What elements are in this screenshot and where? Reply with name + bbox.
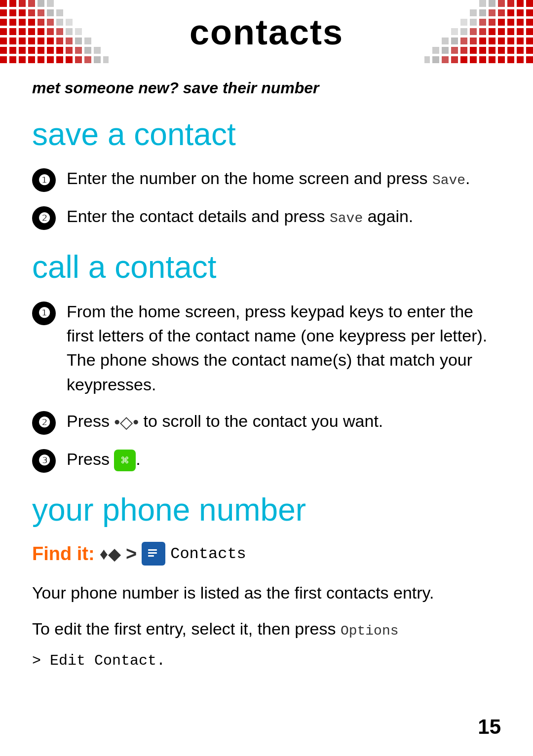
call-step-3: ❸ Press ⌘ . [32, 447, 501, 473]
main-content: met someone new? save their number save … [0, 64, 533, 704]
call-step-3-text: Press ⌘ . [67, 447, 141, 471]
tagline: met someone new? save their number [32, 79, 501, 97]
call-contact-heading: call a contact [32, 250, 501, 284]
step-badge-2: ❷ [32, 206, 56, 230]
call-step-1: ❶ From the home screen, press keypad key… [32, 300, 501, 397]
save-contact-heading: save a contact [32, 117, 501, 151]
your-phone-number-heading: your phone number [32, 492, 501, 527]
save-step-2-text: Enter the contact details and press Save… [67, 204, 413, 229]
call-step-1-text: From the home screen, press keypad keys … [67, 300, 501, 397]
pixel-decoration-right [424, 0, 533, 64]
joystick-scroll-icon: •◇• [114, 410, 139, 434]
section-call-contact: call a contact ❶ From the home screen, p… [32, 250, 501, 473]
save-step-1: ❶ Enter the number on the home screen an… [32, 166, 501, 192]
section-save-contact: save a contact ❶ Enter the number on the… [32, 117, 501, 230]
options-button-label: Options [341, 623, 399, 639]
pixel-decoration-left [0, 0, 109, 64]
call-badge-1: ❶ [32, 302, 56, 325]
save-step-1-text: Enter the number on the home screen and … [67, 166, 470, 191]
find-it-line: Find it: ♦◆ > Contacts [32, 542, 501, 566]
contacts-text: Contacts [170, 545, 246, 563]
call-badge-2: ❷ [32, 411, 56, 435]
svg-rect-3 [148, 549, 157, 551]
save-contact-steps: ❶ Enter the number on the home screen an… [32, 166, 501, 230]
find-it-label: Find it: [32, 543, 95, 565]
green-call-button-icon: ⌘ [114, 450, 136, 471]
svg-text:⌘: ⌘ [120, 455, 129, 465]
save-button-label-1: Save [432, 173, 465, 188]
save-step-2: ❷ Enter the contact details and press Sa… [32, 204, 501, 230]
menu-joystick-icon: ♦◆ [100, 544, 121, 564]
call-step-2: ❷ Press •◇• to scroll to the contact you… [32, 409, 501, 435]
page-number: 15 [478, 715, 501, 739]
svg-rect-4 [148, 552, 157, 554]
call-contact-steps: ❶ From the home screen, press keypad key… [32, 300, 501, 473]
arrow-separator: > [126, 543, 137, 565]
svg-rect-5 [148, 555, 154, 557]
page-header: contacts [0, 0, 533, 64]
step-badge-1: ❶ [32, 168, 56, 192]
phone-number-body-2: To edit the first entry, select it, then… [32, 616, 501, 642]
section-your-phone-number: your phone number Find it: ♦◆ > Contacts… [32, 492, 501, 669]
save-button-label-2: Save [330, 211, 363, 226]
page-title: contacts [190, 12, 343, 52]
call-step-2-text: Press •◇• to scroll to the contact you w… [67, 409, 383, 435]
contacts-book-icon [142, 542, 165, 566]
phone-icon: ⌘ [117, 453, 133, 468]
contacts-book-svg [145, 545, 162, 562]
call-badge-3: ❸ [32, 449, 56, 473]
phone-number-body-1: Your phone number is listed as the first… [32, 580, 501, 605]
edit-contact-line: > Edit Contact. [32, 652, 501, 669]
